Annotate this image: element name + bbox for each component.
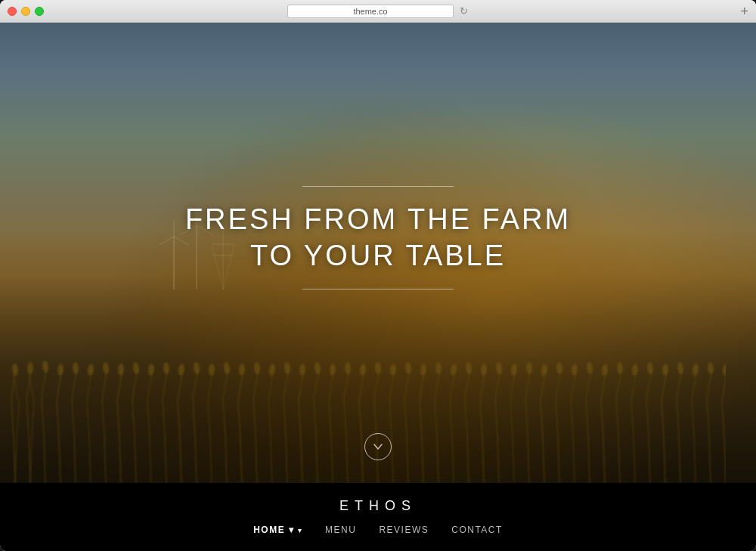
new-tab-button[interactable]: + — [740, 5, 748, 18]
svg-point-32 — [299, 364, 306, 376]
svg-point-53 — [617, 362, 624, 374]
svg-point-41 — [435, 362, 442, 374]
maximize-button[interactable] — [35, 7, 44, 16]
hero-title-line1: FRESH FROM THE FARM — [185, 203, 571, 235]
nav-bar: HOME ▾ MENU REVIEWS CONTACT — [253, 523, 503, 537]
bottom-navigation: ETHOS HOME ▾ MENU REVIEWS CONTACT — [0, 483, 756, 551]
svg-point-35 — [345, 362, 352, 374]
svg-point-50 — [572, 364, 578, 376]
address-bar[interactable]: theme.co — [287, 5, 454, 18]
svg-line-3 — [160, 237, 174, 245]
hero-line-top — [302, 186, 454, 187]
hero-section: // This is just decorative SVG - will be… — [0, 23, 756, 483]
svg-point-46 — [510, 364, 517, 376]
svg-point-26 — [209, 364, 215, 376]
svg-point-51 — [586, 362, 593, 375]
hero-content: FRESH FROM THE FARM TO YOUR TABLE — [185, 186, 571, 289]
svg-point-29 — [254, 362, 261, 374]
svg-point-13 — [11, 364, 18, 376]
nav-item-menu[interactable]: MENU — [325, 523, 356, 537]
hero-line-bottom — [302, 289, 454, 289]
svg-point-37 — [374, 362, 381, 375]
nav-item-contact[interactable]: CONTACT — [451, 523, 503, 537]
svg-point-45 — [495, 362, 503, 375]
svg-point-39 — [404, 362, 412, 375]
svg-point-47 — [526, 362, 533, 374]
grain-field-illustration: // This is just decorative SVG - will be… — [0, 332, 726, 483]
browser-window: theme.co ↻ + — [0, 0, 756, 551]
svg-point-56 — [662, 364, 669, 376]
refresh-icon[interactable]: ↻ — [458, 6, 469, 17]
svg-point-59 — [708, 362, 714, 374]
site-name: ETHOS — [339, 498, 417, 514]
svg-point-57 — [677, 362, 684, 375]
svg-point-24 — [178, 364, 185, 376]
svg-point-48 — [541, 364, 548, 376]
svg-point-33 — [314, 362, 321, 375]
address-bar-container: theme.co ↻ — [287, 5, 469, 18]
svg-point-54 — [631, 364, 639, 376]
hero-title-line2: TO YOUR TABLE — [250, 240, 506, 271]
svg-point-16 — [57, 364, 64, 376]
scroll-down-button[interactable] — [364, 433, 392, 460]
title-bar: theme.co ↻ + — [0, 0, 756, 23]
svg-point-27 — [223, 362, 231, 375]
svg-point-15 — [42, 361, 49, 373]
svg-point-25 — [193, 362, 200, 375]
svg-point-42 — [450, 364, 457, 376]
svg-point-34 — [329, 364, 336, 376]
svg-point-36 — [359, 364, 367, 376]
hero-title: FRESH FROM THE FARM TO YOUR TABLE — [185, 202, 571, 274]
svg-point-60 — [722, 364, 726, 376]
svg-point-18 — [87, 364, 94, 376]
svg-point-49 — [556, 362, 562, 375]
svg-point-40 — [420, 364, 426, 376]
svg-point-22 — [147, 364, 154, 376]
svg-point-52 — [601, 364, 608, 376]
nav-item-home[interactable]: HOME ▾ — [253, 523, 302, 537]
svg-point-58 — [692, 364, 699, 376]
browser-content: // This is just decorative SVG - will be… — [0, 23, 756, 551]
svg-point-19 — [102, 362, 109, 375]
nav-item-reviews[interactable]: REVIEWS — [379, 523, 429, 537]
url-text: theme.co — [353, 7, 387, 16]
svg-point-43 — [465, 362, 472, 375]
traffic-lights — [8, 7, 44, 16]
svg-point-14 — [27, 362, 34, 374]
svg-point-30 — [268, 364, 276, 376]
svg-point-28 — [238, 364, 245, 376]
svg-point-38 — [390, 364, 397, 376]
svg-point-31 — [284, 362, 290, 375]
svg-point-23 — [163, 362, 170, 374]
svg-point-20 — [118, 364, 125, 376]
svg-point-55 — [646, 362, 653, 375]
svg-point-44 — [481, 364, 488, 376]
svg-point-21 — [132, 362, 140, 375]
svg-point-17 — [73, 362, 79, 374]
minimize-button[interactable] — [21, 7, 30, 16]
close-button[interactable] — [8, 7, 17, 16]
